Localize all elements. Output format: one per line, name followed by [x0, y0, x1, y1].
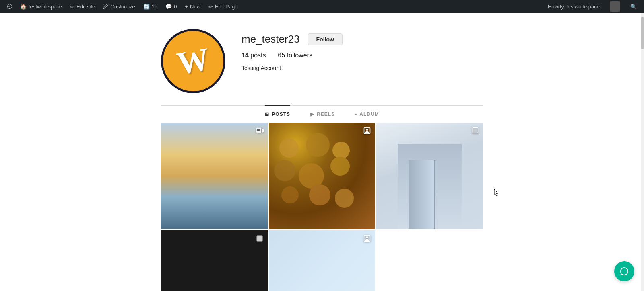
posts-tab-icon: ⊞	[265, 111, 269, 117]
avatar: W	[161, 29, 225, 93]
edit-page-label: Edit Page	[215, 4, 237, 10]
edit-page-icon: ✏	[208, 4, 213, 10]
video-icon	[256, 127, 264, 137]
profile-section: W me_tester23 Follow 14 posts 65 followe…	[161, 13, 483, 105]
tab-album[interactable]: ▪ ALBUM	[355, 105, 379, 123]
svg-rect-5	[473, 127, 478, 133]
post-item-4[interactable]	[161, 230, 268, 291]
post-item-3[interactable]	[376, 123, 483, 229]
tabs-container: ⊞ POSTS ▶ REELS ▪ ALBUM	[161, 105, 483, 123]
admin-bar-customize[interactable]: 🖊 Customize	[99, 0, 139, 13]
wp-logo[interactable]	[3, 0, 16, 13]
edit-site-label: Edit site	[76, 4, 95, 10]
admin-bar-new[interactable]: + New	[181, 0, 204, 13]
admin-bar-testworkspace[interactable]: 🏠 testworkspace	[16, 0, 66, 13]
testworkspace-label: testworkspace	[29, 4, 62, 10]
followers-stat: 65 followers	[278, 52, 312, 59]
posts-label: posts	[250, 52, 266, 59]
posts-stat: 14 posts	[242, 52, 266, 59]
svg-rect-6	[256, 235, 262, 241]
tabs: ⊞ POSTS ▶ REELS ▪ ALBUM	[161, 106, 483, 123]
tab-posts[interactable]: ⊞ POSTS	[265, 105, 290, 123]
admin-bar-search[interactable]: 🔍	[626, 0, 641, 13]
admin-bar-avatar[interactable]	[606, 0, 624, 13]
new-label: New	[190, 4, 200, 10]
post-item-2[interactable]	[269, 123, 376, 229]
svg-point-4	[366, 129, 368, 131]
comments-count: 0	[174, 4, 177, 10]
profile-stats: 14 posts 65 followers	[242, 52, 343, 59]
posts-count: 14	[242, 52, 249, 59]
admin-bar: 🏠 testworkspace ✏ Edit site 🖊 Customize …	[0, 0, 644, 13]
admin-bar-edit-page[interactable]: ✏ Edit Page	[204, 0, 242, 13]
main-content: W me_tester23 Follow 14 posts 65 followe…	[0, 13, 644, 291]
post-item-5[interactable]	[269, 230, 376, 291]
svg-marker-1	[262, 128, 263, 133]
chat-button[interactable]	[614, 261, 634, 281]
customize-label: Customize	[110, 4, 135, 10]
profile-username-row: me_tester23 Follow	[242, 33, 343, 45]
comments-icon: 💬	[165, 4, 172, 10]
admin-bar-updates[interactable]: 🔄 15	[139, 0, 161, 13]
posts-grid	[161, 123, 483, 291]
album-tab-icon: ▪	[355, 111, 357, 117]
admin-bar-comments[interactable]: 💬 0	[161, 0, 181, 13]
admin-bar-right: Howdy, testworkspace 🔍	[544, 0, 641, 13]
posts-tab-label: POSTS	[272, 111, 290, 117]
reels-tab-icon: ▶	[310, 111, 314, 117]
avatar-letter: W	[175, 43, 212, 80]
svg-point-8	[366, 236, 368, 238]
profile-username: me_tester23	[242, 33, 300, 45]
reels-tab-label: REELS	[317, 111, 335, 117]
howdy-text: Howdy, testworkspace	[544, 4, 604, 10]
new-icon: +	[185, 4, 188, 10]
profile-info: me_tester23 Follow 14 posts 65 followers…	[242, 29, 343, 71]
search-icon: 🔍	[630, 4, 637, 10]
customize-icon: 🖊	[103, 4, 108, 10]
profile-bio: Testing Account	[242, 65, 343, 71]
home-icon: 🏠	[20, 4, 27, 10]
svg-rect-2	[257, 129, 260, 131]
followers-label: followers	[287, 52, 312, 59]
avatar-container: W	[161, 29, 225, 93]
admin-bar-edit-site[interactable]: ✏ Edit site	[66, 0, 99, 13]
updates-count: 15	[152, 4, 157, 10]
scrollbar-track	[641, 13, 644, 291]
person-icon	[363, 127, 371, 137]
square-icon	[472, 127, 479, 136]
album-tab-label: ALBUM	[359, 111, 379, 117]
edit-site-icon: ✏	[70, 4, 74, 10]
followers-count: 65	[278, 52, 285, 59]
scrollbar-thumb[interactable]	[641, 17, 644, 49]
person2-icon	[363, 234, 371, 244]
tab-reels[interactable]: ▶ REELS	[310, 105, 335, 123]
follow-button[interactable]: Follow	[308, 33, 343, 45]
square2-icon	[256, 234, 264, 244]
updates-icon: 🔄	[143, 4, 150, 10]
post-item-1[interactable]	[161, 123, 268, 229]
